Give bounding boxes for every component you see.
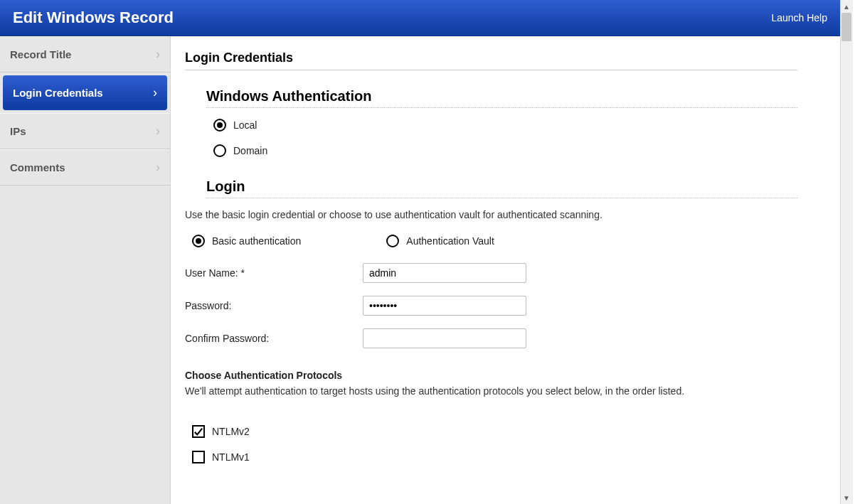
username-input[interactable] <box>363 263 526 283</box>
sidebar-item-label: Comments <box>10 161 65 173</box>
scroll-thumb[interactable] <box>841 13 851 41</box>
password-label: Password: <box>185 300 363 311</box>
confirm-password-input[interactable] <box>363 328 526 348</box>
radio-label: Domain <box>233 145 267 156</box>
radio-icon <box>213 144 226 157</box>
radio-icon <box>213 119 226 132</box>
scroll-up-icon[interactable]: ▲ <box>841 1 851 11</box>
checkbox-ntlmv1[interactable]: NTLMv1 <box>192 451 797 463</box>
confirm-password-label: Confirm Password: <box>185 333 363 344</box>
chevron-right-icon: › <box>156 47 160 62</box>
login-description: Use the basic login credential or choose… <box>185 209 797 220</box>
scroll-down-icon[interactable]: ▼ <box>841 493 851 503</box>
username-label: User Name: * <box>185 267 363 279</box>
radio-auth-vault[interactable]: Authentication Vault <box>386 235 494 247</box>
chevron-right-icon: › <box>156 160 160 175</box>
header-bar: Edit Windows Record Launch Help <box>0 0 840 36</box>
radio-icon <box>386 235 399 247</box>
radio-label: Local <box>233 119 257 131</box>
sidebar-item-ips[interactable]: IPs › <box>0 113 170 149</box>
sidebar-item-record-title[interactable]: Record Title › <box>0 36 170 73</box>
sidebar-item-label: Login Credentials <box>13 87 103 99</box>
launch-help-link[interactable]: Launch Help <box>771 12 827 23</box>
radio-basic-auth[interactable]: Basic authentication <box>192 235 301 247</box>
sidebar-item-comments[interactable]: Comments › <box>0 149 170 186</box>
radio-icon <box>192 235 205 247</box>
login-heading: Login <box>206 178 797 198</box>
section-title: Login Credentials <box>185 50 797 70</box>
checkbox-icon <box>192 451 205 463</box>
chevron-right-icon: › <box>153 85 157 100</box>
scrollbar[interactable]: ▲ ▼ <box>840 0 853 504</box>
chevron-right-icon: › <box>156 124 160 139</box>
radio-label: Authentication Vault <box>406 235 494 247</box>
protocols-heading: Choose Authentication Protocols <box>185 370 797 381</box>
sidebar: Record Title › Login Credentials › IPs ›… <box>0 36 171 504</box>
password-input[interactable] <box>363 296 526 316</box>
checkbox-label: NTLMv2 <box>212 426 250 437</box>
windows-auth-heading: Windows Authentication <box>206 88 797 108</box>
sidebar-item-login-credentials[interactable]: Login Credentials › <box>3 75 167 110</box>
page-title: Edit Windows Record <box>13 9 174 27</box>
sidebar-item-label: IPs <box>10 125 26 137</box>
radio-local[interactable]: Local <box>213 119 797 132</box>
main-content: Login Credentials Windows Authentication… <box>171 36 840 504</box>
checkbox-ntlmv2[interactable]: NTLMv2 <box>192 425 797 438</box>
checkbox-icon <box>192 425 205 438</box>
sidebar-item-label: Record Title <box>10 48 71 60</box>
radio-label: Basic authentication <box>212 235 301 247</box>
radio-domain[interactable]: Domain <box>213 144 797 157</box>
protocols-description: We'll attempt authentication to target h… <box>185 385 797 397</box>
checkbox-label: NTLMv1 <box>212 451 250 463</box>
